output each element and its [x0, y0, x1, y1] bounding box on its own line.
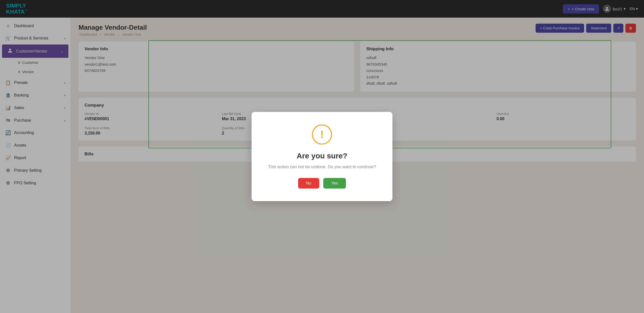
confirm-modal: ! Are you sure? This action can not be u… [252, 112, 392, 201]
confirm-yes-button[interactable]: Yes [323, 178, 346, 189]
modal-overlay: ! Are you sure? This action can not be u… [0, 0, 644, 313]
modal-message: This action can not be undone. Do you wa… [267, 164, 377, 170]
confirm-no-button[interactable]: No [298, 178, 319, 189]
modal-title: Are you sure? [267, 152, 377, 160]
modal-buttons: No Yes [267, 178, 377, 189]
warning-icon: ! [312, 124, 332, 145]
